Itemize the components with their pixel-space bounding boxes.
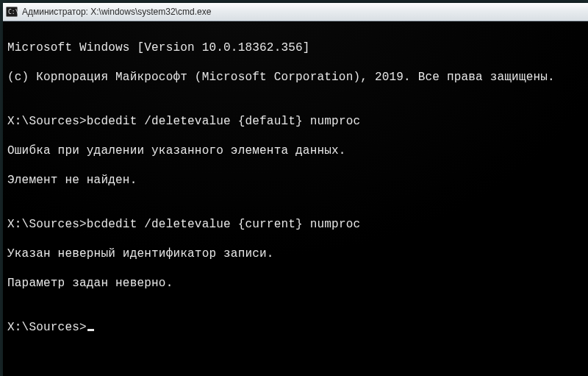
cursor [87, 329, 94, 331]
prompt: X:\Sources> [7, 218, 87, 231]
prompt: X:\Sources> [7, 115, 87, 128]
command-line: X:\Sources>bcdedit /deletevalue {default… [7, 114, 584, 129]
titlebar[interactable]: C:\ Администратор: X:\windows\system32\c… [3, 3, 588, 21]
prompt: X:\Sources> [7, 321, 87, 334]
output-line: Указан неверный идентификатор записи. [7, 246, 584, 261]
output-line: Элемент не найден. [7, 173, 584, 188]
command-text: bcdedit /deletevalue {current} numproc [87, 218, 360, 231]
window-title: Администратор: X:\windows\system32\cmd.e… [22, 7, 211, 17]
command-line: X:\Sources>bcdedit /deletevalue {current… [7, 217, 584, 232]
banner-line: Microsoft Windows [Version 10.0.18362.35… [7, 40, 584, 55]
cmd-window: C:\ Администратор: X:\windows\system32\c… [3, 3, 588, 376]
cmd-icon: C:\ [6, 6, 18, 18]
terminal-area[interactable]: Microsoft Windows [Version 10.0.18362.35… [3, 21, 588, 376]
svg-text:C:\: C:\ [8, 9, 18, 15]
current-prompt-line[interactable]: X:\Sources> [7, 320, 584, 335]
banner-line: (c) Корпорация Майкрософт (Microsoft Cor… [7, 70, 584, 85]
output-line: Параметр задан неверно. [7, 276, 584, 291]
output-line: Ошибка при удалении указанного элемента … [7, 143, 584, 158]
command-text: bcdedit /deletevalue {default} numproc [87, 115, 360, 128]
